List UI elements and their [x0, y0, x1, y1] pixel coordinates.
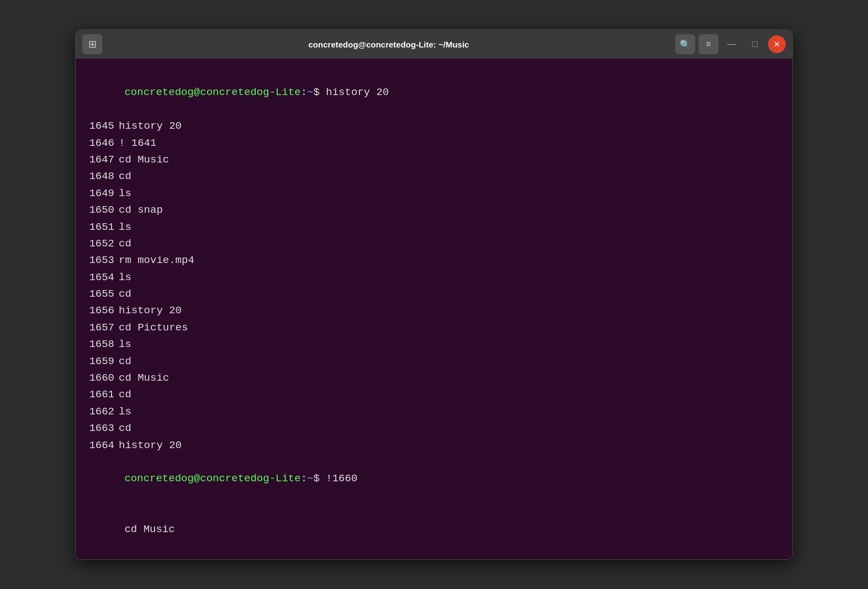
history-number: 1658	[87, 336, 114, 353]
history-number: 1657	[87, 319, 114, 336]
history-command: ls	[119, 406, 131, 418]
prompt-colon-2: :	[301, 472, 307, 485]
command-text-1: history 20	[326, 86, 389, 98]
prompt-colon-1: :	[301, 86, 307, 98]
terminal-window: ⊞ concretedog@concretedog-Lite: ~/Music …	[75, 29, 793, 560]
history-command: cd	[119, 288, 131, 300]
history-number: 1652	[87, 235, 114, 252]
history-command: ls	[119, 187, 131, 199]
history-command: ls	[119, 221, 131, 233]
history-line: 1664history 20	[87, 437, 781, 454]
new-tab-icon: ⊞	[88, 38, 97, 50]
maximize-button[interactable]: □	[745, 34, 765, 54]
history-line: 1663cd	[87, 420, 781, 437]
history-line: 1648cd	[87, 168, 781, 185]
history-command: cd Music	[119, 154, 169, 166]
maximize-icon: □	[752, 39, 758, 49]
history-line: 1651ls	[87, 219, 781, 235]
history-number: 1650	[87, 202, 114, 218]
history-number: 1664	[87, 437, 114, 454]
titlebar: ⊞ concretedog@concretedog-Lite: ~/Music …	[76, 30, 792, 59]
history-number: 1660	[87, 370, 114, 386]
history-line: 1658ls	[87, 336, 781, 353]
history-number: 1662	[87, 403, 114, 420]
history-command: cd Pictures	[119, 322, 188, 334]
prompt-dollar-2: $	[314, 472, 326, 485]
history-command: ! 1641	[119, 137, 156, 149]
history-command: cd Music	[119, 372, 169, 384]
search-button[interactable]: 🔍	[675, 34, 695, 54]
history-number: 1661	[87, 386, 114, 403]
history-number: 1654	[87, 269, 114, 286]
command-text-2: !1660	[326, 472, 357, 485]
history-output: 1645history 201646! 16411647cd Music1648…	[87, 118, 781, 454]
search-icon: 🔍	[680, 39, 691, 50]
history-line: 1654ls	[87, 269, 781, 286]
history-number: 1651	[87, 219, 114, 235]
command-line-2: concretedog@concretedog-Lite:~$ !1660	[87, 454, 781, 504]
history-command: ls	[119, 271, 131, 283]
history-line: 1661cd	[87, 386, 781, 403]
history-command: history 20	[119, 304, 182, 317]
menu-button[interactable]: ≡	[698, 34, 718, 54]
history-line: 1646! 1641	[87, 135, 781, 151]
history-command: ls	[119, 338, 131, 350]
history-command: history 20	[119, 439, 182, 451]
history-line: 1653rm movie.mp4	[87, 252, 781, 269]
history-line: 1662ls	[87, 403, 781, 420]
history-command: cd	[119, 388, 131, 401]
history-line: 1645history 20	[87, 118, 781, 134]
history-command: cd	[119, 422, 131, 434]
history-line: 1647cd Music	[87, 151, 781, 168]
final-prompt-line: concretedog@concretedog-Lite:~/Music$	[87, 554, 781, 559]
history-number: 1649	[87, 185, 114, 202]
new-tab-button[interactable]: ⊞	[82, 34, 102, 54]
history-line: 1657cd Pictures	[87, 319, 781, 336]
history-number: 1663	[87, 420, 114, 437]
window-controls: 🔍 ≡ — □ ✕	[675, 34, 786, 54]
minimize-button[interactable]: —	[722, 34, 742, 54]
prompt-dollar-1: $	[314, 86, 326, 98]
history-line: 1650cd snap	[87, 202, 781, 218]
history-line: 1660cd Music	[87, 370, 781, 386]
close-icon: ✕	[774, 40, 780, 49]
minimize-icon: —	[727, 39, 736, 49]
history-command: cd	[119, 170, 131, 182]
window-title: concretedog@concretedog-Lite: ~/Music	[102, 40, 675, 49]
prompt-user-1: concretedog@concretedog-Lite	[124, 86, 300, 98]
history-number: 1656	[87, 302, 114, 319]
history-number: 1659	[87, 353, 114, 370]
history-number: 1653	[87, 252, 114, 269]
close-button[interactable]: ✕	[768, 35, 786, 53]
history-command: cd	[119, 355, 131, 367]
history-line: 1649ls	[87, 185, 781, 202]
history-number: 1655	[87, 286, 114, 302]
history-command: cd snap	[119, 204, 163, 216]
history-command: history 20	[119, 120, 182, 132]
history-line: 1655cd	[87, 286, 781, 302]
prompt-path-2: ~	[307, 472, 313, 485]
history-number: 1648	[87, 168, 114, 185]
history-command: rm movie.mp4	[119, 254, 194, 266]
menu-icon: ≡	[706, 39, 711, 49]
prompt-path-1: ~	[307, 86, 313, 98]
terminal-body[interactable]: concretedog@concretedog-Lite:~$ history …	[76, 59, 792, 559]
prompt-user-2: concretedog@concretedog-Lite	[124, 472, 300, 485]
history-line: 1659cd	[87, 353, 781, 370]
command-line-1: concretedog@concretedog-Lite:~$ history …	[87, 67, 781, 118]
history-line: 1656history 20	[87, 302, 781, 319]
history-number: 1647	[87, 151, 114, 168]
history-number: 1645	[87, 118, 114, 134]
history-line: 1652cd	[87, 235, 781, 252]
echo-line: cd Music	[87, 504, 781, 554]
history-command: cd	[119, 238, 131, 250]
history-number: 1646	[87, 135, 114, 151]
